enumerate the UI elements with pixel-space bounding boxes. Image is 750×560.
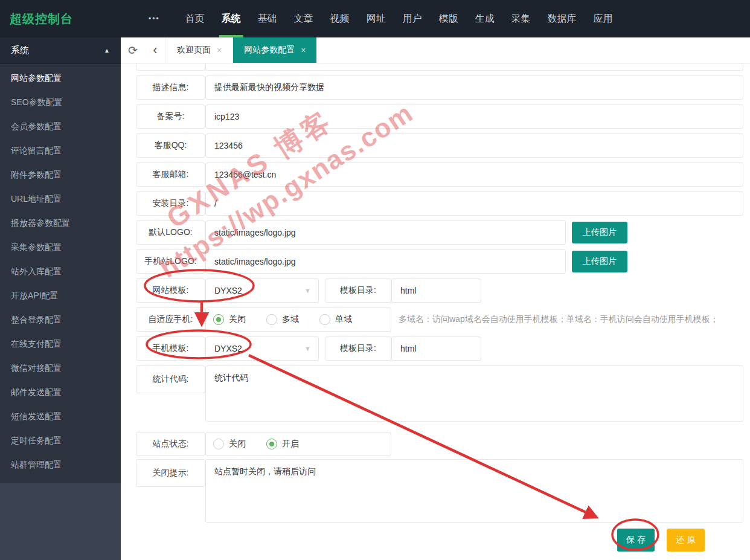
default-logo-input[interactable]: static/images/logo.jpg xyxy=(205,220,566,245)
email-input[interactable]: 123456@test.cn xyxy=(205,163,743,187)
sidebar-item-attachment-params[interactable]: 附件参数配置 xyxy=(0,163,121,187)
qq-label: 客服QQ: xyxy=(136,134,205,158)
sidebar-item-collect-params[interactable]: 采集参数配置 xyxy=(0,236,121,260)
adaptive-mobile-label: 自适应手机: xyxy=(136,307,205,332)
mobile-logo-input[interactable]: static/images/logo.jpg xyxy=(205,249,566,274)
tab-bar: ⟳ ‹ 欢迎页面 × 网站参数配置 × xyxy=(121,37,750,63)
radio-adaptive-off[interactable]: 关闭 xyxy=(213,314,246,325)
main-nav: 首页 系统 基础 文章 视频 网址 用户 模版 生成 采集 数据库 应用 xyxy=(177,0,621,37)
nav-item-template[interactable]: 模版 xyxy=(431,0,467,37)
sidebar-item-member-params[interactable]: 会员参数配置 xyxy=(0,115,121,139)
radio-adaptive-multidomain-label: 多域 xyxy=(282,314,299,325)
sidebar-item-url-config[interactable]: URL地址配置 xyxy=(0,187,121,211)
site-template-select[interactable]: DYXS2 ▼ xyxy=(205,278,319,303)
sidebar-item-integrated-login[interactable]: 整合登录配置 xyxy=(0,308,121,332)
sidebar-item-player-params[interactable]: 播放器参数配置 xyxy=(0,211,121,236)
sidebar-item-comment-config[interactable]: 评论留言配置 xyxy=(0,139,121,163)
form-row-site-template: 网站模板: DYXS2 ▼ 模板目录: html xyxy=(136,278,750,303)
radio-status-on[interactable]: 开启 xyxy=(266,439,299,449)
mobile-template-dir-input[interactable]: html xyxy=(391,336,481,361)
app-logo: 超级控制台 xyxy=(10,11,73,27)
sidebar-item-email-config[interactable]: 邮件发送配置 xyxy=(0,381,121,405)
form-row-close-message: 关闭提示: 站点暂时关闭，请稍后访问 xyxy=(136,459,750,523)
sidebar-item-wechat-config[interactable]: 微信对接配置 xyxy=(0,356,121,381)
icp-input[interactable]: icp123 xyxy=(205,105,743,129)
chevron-down-icon: ▼ xyxy=(304,345,311,352)
upload-image-button[interactable]: 上传图片 xyxy=(572,222,627,243)
restore-button[interactable]: 还 原 xyxy=(667,529,705,552)
nav-item-url[interactable]: 网址 xyxy=(358,0,394,37)
tab-site-params[interactable]: 网站参数配置 × xyxy=(233,37,316,63)
radio-icon[interactable] xyxy=(213,314,224,325)
sidebar-item-seo-params[interactable]: SEO参数配置 xyxy=(0,91,121,115)
install-dir-input[interactable]: / xyxy=(205,191,743,216)
sidebar-item-sms-config[interactable]: 短信发送配置 xyxy=(0,405,121,429)
radio-status-off[interactable]: 关闭 xyxy=(213,439,246,449)
radio-icon[interactable] xyxy=(319,314,330,325)
form-row-default-logo: 默认LOGO: static/images/logo.jpg 上传图片 xyxy=(136,220,750,245)
close-icon[interactable]: × xyxy=(301,45,306,55)
mobile-template-value: DYXS2 xyxy=(214,344,242,353)
tab-welcome[interactable]: 欢迎页面 × xyxy=(165,37,233,63)
description-input[interactable]: 提供最新最快的视频分享数据 xyxy=(205,76,743,100)
radio-icon[interactable] xyxy=(266,314,277,325)
form-actions: 保 存 还 原 xyxy=(121,529,705,552)
default-logo-label: 默认LOGO: xyxy=(136,220,205,245)
close-icon[interactable]: × xyxy=(217,45,222,55)
nav-item-database[interactable]: 数据库 xyxy=(539,0,585,37)
form-row-email: 客服邮箱: 123456@test.cn xyxy=(136,163,750,187)
description-label: 描述信息: xyxy=(136,76,205,100)
qq-input[interactable]: 123456 xyxy=(205,134,743,158)
sidebar-item-site-params[interactable]: 网站参数配置 xyxy=(0,66,121,91)
form-row-adaptive-mobile: 自适应手机: 关闭 多域 单域 多域名：访问wap域名会自动使用手机模板；单域名… xyxy=(136,307,750,332)
mobile-template-select[interactable]: DYXS2 ▼ xyxy=(205,336,319,361)
upload-image-button[interactable]: 上传图片 xyxy=(572,251,627,272)
radio-icon[interactable] xyxy=(266,439,277,449)
tab-site-params-label: 网站参数配置 xyxy=(244,45,295,56)
form-row-site-status: 站点状态: 关闭 开启 xyxy=(136,432,750,456)
radio-icon[interactable] xyxy=(213,439,224,449)
nav-item-generate[interactable]: 生成 xyxy=(467,0,503,37)
nav-item-user[interactable]: 用户 xyxy=(394,0,431,37)
nav-item-app[interactable]: 应用 xyxy=(585,0,621,37)
site-params-form: 描述信息: 提供最新最快的视频分享数据 备案号: icp123 客服QQ: 12… xyxy=(121,63,750,560)
sidebar-item-sitegroup-config[interactable]: 站群管理配置 xyxy=(0,453,121,477)
sidebar-item-online-payment[interactable]: 在线支付配置 xyxy=(0,332,121,356)
more-menu-icon[interactable]: ••• xyxy=(149,14,160,23)
install-dir-label: 安装目录: xyxy=(136,191,205,216)
template-dir-input[interactable]: html xyxy=(391,278,481,303)
nav-item-video[interactable]: 视频 xyxy=(322,0,358,37)
nav-item-basic[interactable]: 基础 xyxy=(249,0,286,37)
top-navigation-bar: 超级控制台 ••• 首页 系统 基础 文章 视频 网址 用户 模版 生成 采集 … xyxy=(0,0,750,37)
icp-label: 备案号: xyxy=(136,105,205,129)
radio-status-off-label: 关闭 xyxy=(229,439,246,449)
adaptive-mobile-hint: 多域名：访问wap域名会自动使用手机模板；单域名：手机访问会自动使用手机模板； xyxy=(399,314,719,325)
sidebar-item-offsite-storage[interactable]: 站外入库配置 xyxy=(0,260,121,284)
form-row-install-dir: 安装目录: / xyxy=(136,191,750,216)
sidebar-item-cron-config[interactable]: 定时任务配置 xyxy=(0,429,121,453)
nav-item-home[interactable]: 首页 xyxy=(177,0,213,37)
nav-item-system[interactable]: 系统 xyxy=(213,0,249,37)
sidebar-menu: 网站参数配置 SEO参数配置 会员参数配置 评论留言配置 附件参数配置 URL地… xyxy=(0,64,121,483)
mobile-logo-label: 手机站LOGO: xyxy=(136,249,205,274)
nav-item-article[interactable]: 文章 xyxy=(286,0,322,37)
form-row-description: 描述信息: 提供最新最快的视频分享数据 xyxy=(136,76,750,100)
sidebar-group-label: 系统 xyxy=(11,45,29,56)
sidebar-group-system[interactable]: 系统 ▲ xyxy=(0,37,121,64)
tab-welcome-label: 欢迎页面 xyxy=(177,45,211,56)
template-dir-label: 模板目录: xyxy=(325,336,391,361)
radio-adaptive-singledomain[interactable]: 单域 xyxy=(319,314,352,325)
back-chevron-icon[interactable]: ‹ xyxy=(145,37,165,63)
stats-code-textarea[interactable]: 统计代码 xyxy=(205,365,743,422)
nav-item-collect[interactable]: 采集 xyxy=(503,0,539,37)
refresh-icon[interactable]: ⟳ xyxy=(121,37,145,63)
form-row-icp: 备案号: icp123 xyxy=(136,105,750,129)
site-template-label: 网站模板: xyxy=(136,278,205,303)
collapse-caret-icon[interactable]: ▲ xyxy=(104,47,110,54)
form-row-mobile-template: 手机模板: DYXS2 ▼ 模板目录: html xyxy=(136,336,750,361)
close-message-textarea[interactable]: 站点暂时关闭，请稍后访问 xyxy=(205,459,743,523)
sidebar-item-open-api[interactable]: 开放API配置 xyxy=(0,284,121,308)
save-button[interactable]: 保 存 xyxy=(617,529,655,552)
site-template-value: DYXS2 xyxy=(214,286,242,295)
radio-adaptive-multidomain[interactable]: 多域 xyxy=(266,314,299,325)
